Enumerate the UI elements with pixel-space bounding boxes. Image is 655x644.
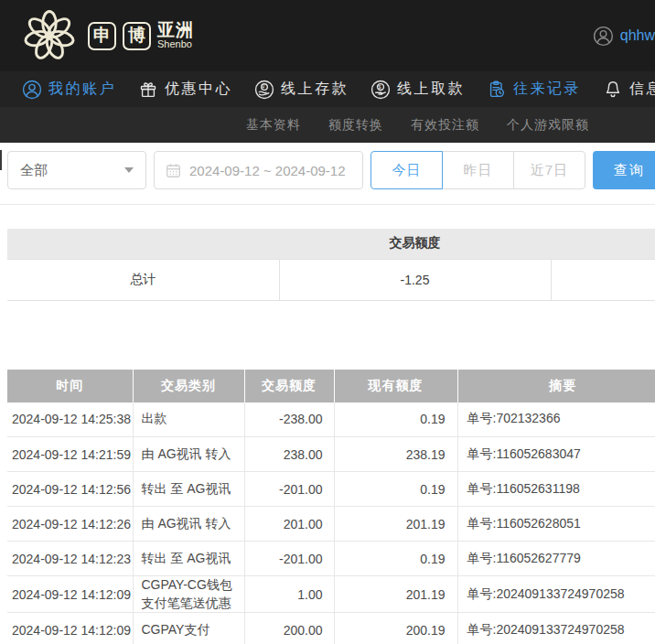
nav-item-user-account[interactable]: 我的账户 bbox=[22, 80, 116, 100]
quick-range-button-0[interactable]: 今日 bbox=[370, 151, 443, 189]
column-header-1: 交易类别 bbox=[133, 370, 244, 402]
edge-tick bbox=[0, 150, 2, 170]
cell-note: 单号:116052631198 bbox=[457, 472, 655, 507]
brand-logo[interactable]: 申 博 bbox=[88, 22, 151, 50]
nav-item-gift[interactable]: 优惠中心 bbox=[138, 80, 232, 100]
cell-time: 2024-09-12 14:25:38 bbox=[7, 402, 133, 437]
table-row: 2024-09-12 14:21:59由 AG视讯 转入238.00238.19… bbox=[7, 437, 655, 472]
summary-total-row: 总计 -1.25 bbox=[7, 259, 655, 300]
nav-item-label: 往来记录 bbox=[513, 80, 581, 99]
cell-note: 单号:116052683047 bbox=[457, 437, 655, 472]
cell-time: 2024-09-12 14:12:09 bbox=[7, 576, 133, 613]
search-button[interactable]: 查询 bbox=[593, 151, 655, 189]
svg-text:$: $ bbox=[378, 84, 383, 90]
cell-balance: 0.19 bbox=[334, 472, 457, 507]
brand-region: 亚洲 Shenbo bbox=[157, 21, 194, 49]
type-select[interactable]: 全部 bbox=[7, 151, 146, 189]
nav-item-label: 优惠中心 bbox=[165, 80, 232, 99]
column-header-2: 交易额度 bbox=[244, 370, 334, 402]
cell-amount: -238.00 bbox=[244, 402, 334, 437]
cell-time: 2024-09-12 14:12:56 bbox=[7, 472, 133, 507]
deposit-icon: ¥ bbox=[254, 80, 274, 100]
cell-time: 2024-09-12 14:12:26 bbox=[7, 507, 133, 542]
cell-time: 2024-09-12 14:12:23 bbox=[7, 542, 133, 576]
nav-item-label: 信息 bbox=[629, 80, 655, 99]
cell-type: 由 AG视讯 转入 bbox=[133, 437, 244, 472]
table-row: 2024-09-12 14:12:23转出 至 AG视讯-201.000.19单… bbox=[7, 542, 655, 576]
nav-item-records[interactable]: 往来记录 bbox=[487, 80, 581, 100]
filter-bar: 全部 2024-09-12 ~ 2024-09-12 今日昨日近7日 查询 bbox=[7, 151, 655, 189]
table-row: 2024-09-12 14:25:38出款-238.000.19单号:70213… bbox=[7, 402, 655, 437]
section-divider bbox=[0, 204, 655, 205]
cell-balance: 200.19 bbox=[334, 613, 457, 644]
subnav-tab-1[interactable]: 额度转换 bbox=[328, 117, 383, 134]
cell-note: 单号:702132366 bbox=[457, 402, 655, 437]
type-select-value: 全部 bbox=[20, 162, 48, 179]
column-header-0: 时间 bbox=[7, 370, 133, 402]
summary-header-label: 交易额度 bbox=[279, 229, 551, 259]
nav-item-label: 我的账户 bbox=[48, 80, 116, 99]
cell-type: CGPAY-CG钱包支付笔笔送优惠 bbox=[133, 576, 244, 613]
cell-amount: 238.00 bbox=[244, 437, 334, 472]
cell-amount: 200.00 bbox=[244, 613, 334, 644]
subnav-tab-3[interactable]: 个人游戏限额 bbox=[507, 117, 589, 134]
cell-note: 单号:202409133724970258 bbox=[457, 613, 655, 644]
summary-header-row: 交易额度 bbox=[7, 229, 655, 259]
date-range-value: 2024-09-12 ~ 2024-09-12 bbox=[189, 163, 346, 178]
username[interactable]: qhhw bbox=[620, 27, 655, 44]
transactions-body: 2024-09-12 14:25:38出款-238.000.19单号:70213… bbox=[7, 402, 655, 644]
table-row: 2024-09-12 14:12:26由 AG视讯 转入201.00201.19… bbox=[7, 507, 655, 542]
cell-balance: 0.19 bbox=[334, 542, 457, 576]
date-range-input[interactable]: 2024-09-12 ~ 2024-09-12 bbox=[154, 151, 363, 189]
nav-item-withdraw[interactable]: $线上取款 bbox=[370, 80, 465, 100]
user-account-area[interactable]: qhhw bbox=[593, 26, 655, 47]
svg-text:¥: ¥ bbox=[262, 83, 266, 89]
nav-item-deposit[interactable]: ¥线上存款 bbox=[254, 80, 349, 100]
table-row: 2024-09-12 14:12:56转出 至 AG视讯-201.000.19单… bbox=[7, 472, 655, 507]
transactions-header-row: 时间交易类别交易额度现有额度摘要 bbox=[7, 370, 655, 402]
cell-note: 单号:116052628051 bbox=[457, 507, 655, 542]
cell-type: CGPAY支付 bbox=[133, 613, 244, 644]
cell-amount: 201.00 bbox=[244, 507, 334, 542]
table-row: 2024-09-12 14:12:09CGPAY支付200.00200.19单号… bbox=[7, 613, 655, 644]
nav-item-bell[interactable]: 信息 bbox=[603, 80, 655, 100]
summary-header-empty-right bbox=[551, 229, 655, 259]
subnav-tab-2[interactable]: 有效投注额 bbox=[411, 117, 479, 134]
subnav-tab-0[interactable]: 基本资料 bbox=[246, 117, 301, 134]
user-avatar-icon bbox=[593, 26, 614, 47]
summary-header-empty-left bbox=[7, 229, 279, 259]
sub-nav: 基本资料额度转换有效投注额个人游戏限额 bbox=[0, 107, 655, 143]
column-header-4: 摘要 bbox=[457, 370, 655, 402]
column-header-3: 现有额度 bbox=[334, 370, 457, 402]
cell-balance: 201.19 bbox=[334, 576, 457, 613]
brand-char-1: 申 bbox=[88, 22, 116, 50]
quick-range-group: 今日昨日近7日 bbox=[370, 151, 585, 189]
summary-table: 交易额度 总计 -1.25 bbox=[7, 229, 655, 301]
brand-char-2: 博 bbox=[123, 22, 151, 50]
main-nav: 我的账户优惠中心¥线上存款$线上取款往来记录信息 bbox=[0, 71, 655, 107]
cell-type: 由 AG视讯 转入 bbox=[133, 507, 244, 542]
nav-item-label: 线上存款 bbox=[281, 80, 349, 99]
quick-range-button-2[interactable]: 近7日 bbox=[513, 151, 585, 189]
cell-type: 出款 bbox=[133, 402, 244, 437]
cell-time: 2024-09-12 14:21:59 bbox=[7, 437, 133, 472]
summary-total-label: 总计 bbox=[7, 259, 279, 300]
summary-total-value: -1.25 bbox=[279, 259, 551, 300]
cell-balance: 0.19 bbox=[334, 402, 457, 437]
cell-amount: -201.00 bbox=[244, 472, 334, 507]
chevron-down-icon bbox=[124, 167, 134, 173]
bell-icon bbox=[603, 80, 623, 100]
calendar-icon bbox=[166, 163, 181, 178]
summary-empty-cell bbox=[551, 259, 655, 300]
cell-balance: 238.19 bbox=[334, 437, 457, 472]
withdraw-icon: $ bbox=[370, 80, 391, 100]
cell-note: 单号:116052627779 bbox=[457, 542, 655, 576]
cell-time: 2024-09-12 14:12:09 bbox=[7, 613, 133, 644]
transactions-table: 时间交易类别交易额度现有额度摘要 2024-09-12 14:25:38出款-2… bbox=[7, 370, 655, 644]
quick-range-button-1[interactable]: 昨日 bbox=[442, 151, 514, 189]
user-account-icon bbox=[22, 80, 42, 100]
brand-region-cn: 亚洲 bbox=[157, 21, 194, 39]
top-header: 申 博 亚洲 Shenbo qhhw bbox=[0, 0, 655, 71]
flower-logo-icon bbox=[24, 10, 75, 61]
cell-balance: 201.19 bbox=[334, 507, 457, 542]
